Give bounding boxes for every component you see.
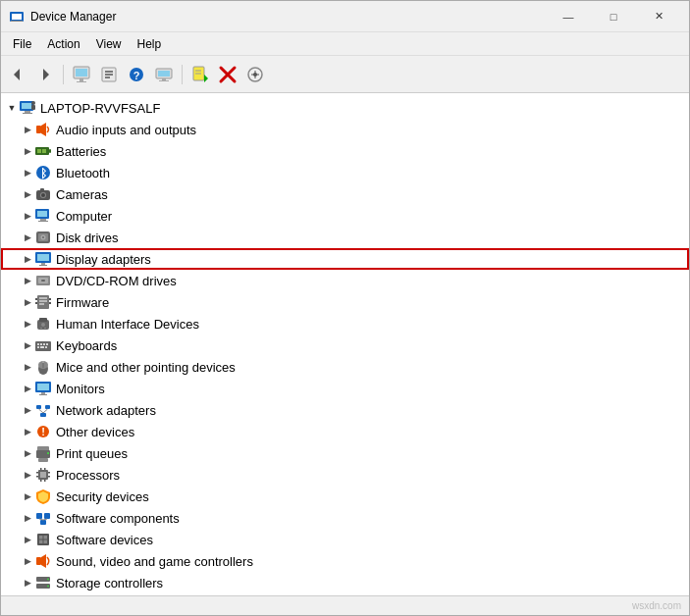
display-label: Display adapters bbox=[56, 252, 151, 267]
svg-rect-112 bbox=[36, 513, 42, 519]
tree-item-network[interactable]: ▶ Network adapters bbox=[1, 399, 689, 421]
title-bar-controls: — □ ✕ bbox=[546, 1, 681, 32]
toolbar-sep2 bbox=[182, 65, 183, 84]
svg-rect-90 bbox=[39, 394, 47, 395]
bluetooth-label: Bluetooth bbox=[56, 166, 110, 180]
svg-rect-88 bbox=[37, 384, 49, 390]
tree-item-cameras[interactable]: ▶ Cameras bbox=[1, 183, 689, 205]
svg-point-33 bbox=[31, 101, 35, 105]
tree-item-security[interactable]: ▶ Security devices bbox=[1, 486, 689, 507]
dvd-label: DVD/CD-ROM drives bbox=[56, 274, 177, 288]
svg-rect-2 bbox=[11, 21, 23, 22]
tree-item-processors[interactable]: ▶ Processors bbox=[1, 464, 689, 486]
tree-item-other[interactable]: ▶ ! Other devices bbox=[1, 421, 689, 442]
tree-item-mice[interactable]: ▶ Mice and other pointing devices bbox=[1, 356, 689, 378]
svg-rect-31 bbox=[25, 111, 30, 113]
minimize-button[interactable]: — bbox=[546, 1, 591, 32]
svg-rect-69 bbox=[49, 302, 51, 304]
toolbar-install[interactable] bbox=[187, 62, 213, 87]
device-tree: ▼ LAPTOP-RVVFSALF ▶ bbox=[1, 93, 689, 595]
svg-line-116 bbox=[43, 519, 47, 520]
back-button[interactable] bbox=[5, 62, 30, 87]
svg-rect-68 bbox=[49, 298, 51, 300]
svg-point-126 bbox=[47, 586, 49, 588]
svg-rect-79 bbox=[46, 343, 48, 345]
tree-item-storage[interactable]: ▶ Storage controllers bbox=[1, 572, 689, 593]
window-title: Device Manager bbox=[30, 10, 546, 24]
keyboards-label: Keyboards bbox=[56, 338, 117, 353]
svg-rect-32 bbox=[23, 113, 32, 114]
tree-item-audio[interactable]: ▶ Audio inputs and outputs bbox=[1, 119, 689, 140]
svg-marker-22 bbox=[204, 75, 208, 82]
tree-item-dvd[interactable]: ▶ DVD/CD-ROM drives bbox=[1, 270, 689, 291]
tree-item-monitors[interactable]: ▶ Monitors bbox=[1, 378, 689, 399]
svg-marker-36 bbox=[41, 123, 46, 136]
tree-item-computer[interactable]: ▶ Computer bbox=[1, 205, 689, 227]
svg-rect-18 bbox=[159, 80, 169, 81]
svg-rect-103 bbox=[40, 472, 46, 478]
softcomp-expand: ▶ bbox=[21, 511, 34, 525]
svg-rect-46 bbox=[40, 188, 44, 191]
tree-item-disk[interactable]: ▶ Disk drives bbox=[1, 227, 689, 248]
menu-help[interactable]: Help bbox=[130, 35, 170, 53]
svg-rect-8 bbox=[77, 81, 86, 82]
batteries-expand: ▶ bbox=[21, 144, 34, 158]
svg-rect-80 bbox=[37, 346, 39, 348]
svg-rect-7 bbox=[80, 78, 83, 81]
toolbar-remove[interactable] bbox=[215, 62, 240, 87]
tree-item-keyboards[interactable]: ▶ Keyboards bbox=[1, 334, 689, 356]
root-label: LAPTOP-RVVFSALF bbox=[40, 101, 160, 116]
svg-rect-113 bbox=[44, 513, 50, 519]
menu-file[interactable]: File bbox=[5, 35, 39, 53]
tree-item-display[interactable]: ▶ Display adapters bbox=[1, 248, 689, 270]
svg-point-28 bbox=[253, 73, 257, 77]
network-label: Network adapters bbox=[56, 403, 156, 418]
tree-item-batteries[interactable]: ▶ Batteries bbox=[1, 140, 689, 162]
svg-rect-63 bbox=[39, 297, 47, 299]
tree-item-sound[interactable]: ▶ Sound, video and game controllers bbox=[1, 550, 689, 572]
title-bar-icon bbox=[9, 9, 25, 25]
softcomp-label: Software components bbox=[56, 511, 180, 526]
svg-rect-114 bbox=[40, 520, 46, 525]
disk-expand: ▶ bbox=[21, 231, 34, 244]
toolbar-scan[interactable] bbox=[242, 62, 268, 87]
svg-line-95 bbox=[43, 409, 48, 413]
toolbar-btn-1[interactable] bbox=[69, 62, 94, 87]
svg-rect-92 bbox=[45, 405, 50, 409]
svg-point-86 bbox=[42, 361, 44, 363]
disk-label: Disk drives bbox=[56, 231, 119, 245]
processors-icon bbox=[34, 466, 52, 484]
toolbar-btn-2[interactable] bbox=[96, 62, 122, 87]
forward-button[interactable] bbox=[32, 62, 58, 87]
close-button[interactable]: ✕ bbox=[636, 1, 681, 32]
dvd-expand: ▶ bbox=[21, 274, 34, 287]
disk-icon bbox=[34, 229, 52, 246]
svg-rect-104 bbox=[36, 472, 38, 474]
toolbar-btn-3[interactable]: ? bbox=[124, 62, 149, 87]
tree-item-print[interactable]: ▶ Print queues bbox=[1, 442, 689, 464]
svg-text:?: ? bbox=[133, 70, 140, 81]
svg-rect-35 bbox=[36, 126, 41, 133]
menu-action[interactable]: Action bbox=[39, 35, 87, 53]
tree-item-softdev[interactable]: ▶ Software devices bbox=[1, 529, 689, 550]
toolbar-btn-4[interactable] bbox=[151, 62, 177, 87]
maximize-button[interactable]: □ bbox=[591, 1, 636, 32]
svg-rect-91 bbox=[36, 405, 41, 409]
storage-icon bbox=[34, 574, 52, 591]
batteries-label: Batteries bbox=[56, 144, 106, 159]
tree-item-softcomp[interactable]: ▶ Software components bbox=[1, 507, 689, 529]
tree-item-firmware[interactable]: ▶ Firmware bbox=[1, 291, 689, 313]
menu-view[interactable]: View bbox=[88, 35, 130, 53]
mice-expand: ▶ bbox=[21, 360, 34, 374]
svg-rect-73 bbox=[40, 328, 42, 329]
svg-text:ᛒ: ᛒ bbox=[40, 167, 47, 180]
network-expand: ▶ bbox=[21, 403, 34, 417]
tree-item-bluetooth[interactable]: ▶ ᛒ Bluetooth bbox=[1, 162, 689, 183]
tree-root[interactable]: ▼ LAPTOP-RVVFSALF bbox=[1, 97, 689, 119]
bluetooth-icon: ᛒ bbox=[34, 164, 52, 181]
tree-item-hid[interactable]: ▶ Human Interface Devices bbox=[1, 313, 689, 334]
display-icon bbox=[34, 250, 52, 268]
monitors-expand: ▶ bbox=[21, 382, 34, 395]
svg-point-54 bbox=[42, 236, 44, 238]
other-label: Other devices bbox=[56, 425, 134, 439]
